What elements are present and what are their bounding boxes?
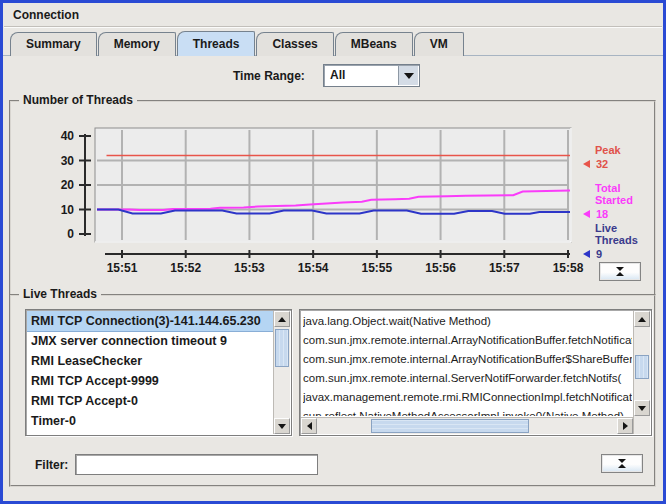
thread-chart-groupbox: Number of Threads 01020304015:5115:5215:…	[9, 100, 656, 296]
collapse-icon	[618, 459, 626, 463]
thread-list[interactable]: RMI TCP Connection(3)-141.144.65.230JMX …	[25, 309, 292, 436]
scroll-down-button[interactable]	[634, 400, 650, 416]
stack-hscrollbar[interactable]	[301, 417, 633, 434]
tab-summary[interactable]: Summary	[10, 32, 97, 56]
stack-trace-line: sun.reflect.NativeMethodAccessorImpl.inv…	[303, 407, 632, 416]
legend-live-threads: Live Threads9	[583, 222, 655, 260]
svg-text:15:54: 15:54	[298, 261, 329, 275]
tab-mbeans[interactable]: MBeans	[335, 32, 413, 56]
chart-collapse-button[interactable]	[599, 262, 641, 281]
arrow-down-icon	[638, 406, 646, 411]
arrow-down-icon	[278, 424, 286, 429]
legend-label: Live Threads	[595, 222, 655, 246]
scroll-down-button[interactable]	[274, 418, 290, 434]
arrow-up-icon	[638, 317, 646, 322]
legend-total-started: Total Started18	[583, 182, 655, 220]
thread-items: RMI TCP Connection(3)-141.144.65.230JMX …	[27, 311, 273, 434]
legend-value: 18	[596, 208, 608, 220]
arrow-up-icon	[278, 317, 286, 322]
chart-title: Number of Threads	[19, 93, 137, 107]
legend-peak: Peak32	[583, 144, 655, 170]
thread-list-item[interactable]: RMI TCP Accept-9999	[27, 371, 273, 391]
thread-list-vscrollbar[interactable]	[273, 311, 290, 434]
threads-collapse-button[interactable]	[601, 454, 643, 473]
stack-trace-line: com.sun.jmx.remote.internal.ServerNotifF…	[303, 369, 632, 388]
svg-text:15:56: 15:56	[425, 261, 456, 275]
window-title: Connection	[13, 8, 79, 22]
svg-text:0: 0	[67, 227, 74, 241]
svg-text:40: 40	[61, 129, 75, 143]
scroll-up-button[interactable]	[274, 311, 290, 327]
thread-list-item[interactable]: JMX server connection timeout 9	[27, 331, 273, 351]
live-threads-groupbox: Live Threads RMI TCP Connection(3)-141.1…	[9, 294, 656, 487]
legend-value: 32	[596, 158, 608, 170]
scrollbar-thumb[interactable]	[635, 355, 649, 379]
legend-label: Peak	[595, 144, 655, 156]
thread-count-chart: 01020304015:5115:5215:5315:5415:5515:561…	[19, 120, 585, 280]
tab-threads[interactable]: Threads	[177, 31, 256, 56]
thread-list-item[interactable]: RMI TCP Accept-0	[27, 391, 273, 411]
time-range-label: Time Range:	[233, 69, 305, 83]
time-range-combobox[interactable]: All	[323, 64, 420, 87]
thread-list-item[interactable]: RMI TCP Connection(3)-141.144.65.230	[27, 311, 273, 331]
tab-memory[interactable]: Memory	[98, 32, 176, 56]
arrow-left-icon	[307, 422, 312, 430]
arrow-right-icon	[623, 422, 628, 430]
stack-trace-line: javax.management.remote.rmi.RMIConnectio…	[303, 388, 632, 407]
stack-trace-line: com.sun.jmx.remote.internal.ArrayNotific…	[303, 331, 632, 350]
svg-text:30: 30	[61, 154, 75, 168]
time-range-value: All	[330, 68, 345, 82]
thread-list-item[interactable]: RMI LeaseChecker	[27, 351, 273, 371]
stack-trace-lines: java.lang.Object.wait(Native Method)com.…	[303, 312, 632, 416]
scrollbar-thumb[interactable]	[275, 329, 289, 367]
thread-list-item[interactable]: Timer-0	[27, 411, 273, 431]
svg-text:10: 10	[61, 203, 75, 217]
svg-text:15:51: 15:51	[107, 261, 138, 275]
legend-label: Total Started	[595, 182, 655, 206]
collapse-icon	[616, 267, 624, 271]
scroll-up-button[interactable]	[634, 311, 650, 327]
title-separator	[4, 26, 662, 28]
live-threads-title: Live Threads	[19, 287, 101, 301]
stack-vscrollbar[interactable]	[633, 311, 650, 434]
legend-arrow-icon	[583, 250, 590, 258]
legend-arrow-icon	[583, 210, 590, 218]
filter-input[interactable]	[75, 454, 318, 475]
tab-vm[interactable]: VM	[414, 32, 464, 56]
tab-bar: SummaryMemoryThreadsClassesMBeansVM	[3, 31, 663, 56]
stack-trace-line: java.lang.Object.wait(Native Method)	[303, 312, 632, 331]
filter-label: Filter:	[35, 458, 68, 472]
svg-text:20: 20	[61, 178, 75, 192]
svg-text:15:52: 15:52	[170, 261, 201, 275]
stack-trace-line: com.sun.jmx.remote.internal.ArrayNotific…	[303, 350, 632, 369]
chevron-down-icon	[404, 73, 414, 79]
scroll-left-button[interactable]	[301, 418, 317, 434]
jconsole-window: Connection SummaryMemoryThreadsClassesMB…	[0, 0, 666, 504]
svg-text:15:55: 15:55	[362, 261, 393, 275]
svg-text:15:53: 15:53	[234, 261, 265, 275]
svg-text:15:57: 15:57	[489, 261, 520, 275]
legend-value: 9	[596, 248, 602, 260]
scroll-right-button[interactable]	[617, 418, 633, 434]
legend-arrow-icon	[583, 160, 590, 168]
stack-trace-pane[interactable]: java.lang.Object.wait(Native Method)com.…	[299, 309, 652, 436]
svg-text:15:58: 15:58	[553, 261, 584, 275]
scrollbar-thumb[interactable]	[371, 419, 529, 433]
combo-dropdown-button[interactable]	[398, 66, 418, 85]
tab-classes[interactable]: Classes	[256, 32, 333, 56]
chart-legend: Peak32Total Started18Live Threads9	[583, 130, 655, 260]
